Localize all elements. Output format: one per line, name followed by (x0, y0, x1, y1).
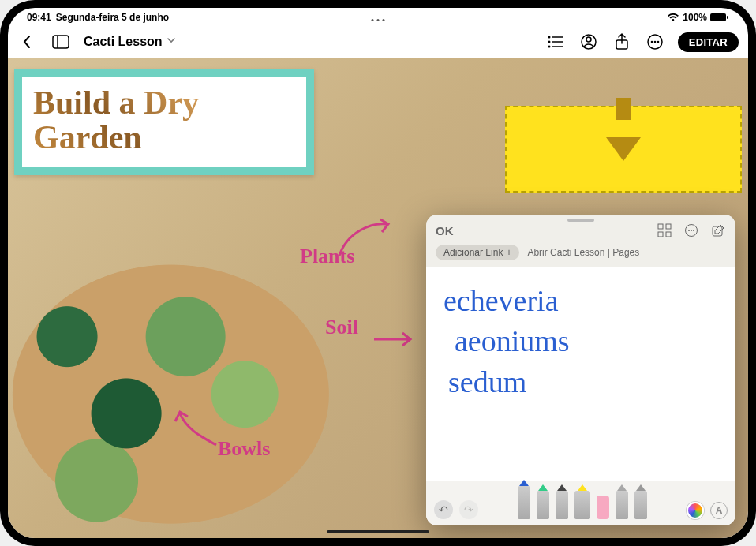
slide-title: Build a Dry Garden (33, 85, 295, 155)
note-grid-icon[interactable] (657, 223, 672, 238)
note-ok-button[interactable]: OK (436, 224, 454, 237)
svg-point-11 (586, 37, 591, 42)
note-compose-icon[interactable] (710, 223, 726, 238)
redo-button[interactable]: ↷ (459, 500, 478, 519)
outline-list-icon[interactable] (545, 32, 566, 52)
quick-note-panel[interactable]: OK Adicionar L (426, 215, 735, 525)
ruler-tool[interactable] (634, 491, 647, 519)
add-link-button[interactable]: Adicionar Link + (436, 245, 519, 260)
text-tool[interactable]: A (710, 502, 728, 519)
battery-icon (710, 13, 729, 22)
svg-point-14 (650, 41, 653, 43)
screen: 09:41 Segunda-feira 5 de junho 100% (8, 8, 748, 538)
svg-point-6 (548, 41, 550, 43)
yellow-drop-target[interactable] (505, 106, 742, 193)
chevron-down-icon (166, 35, 177, 49)
color-picker[interactable] (687, 502, 704, 519)
note-link-bar: Adicionar Link + Abrir Cacti Lesson | Pa… (426, 241, 735, 267)
plus-icon: + (506, 247, 511, 258)
download-arrow-stem (616, 98, 631, 120)
multitask-dots[interactable] (372, 19, 385, 21)
annotation-plants: Plants (300, 245, 354, 268)
note-line: echeveria (443, 281, 718, 321)
note-line: aeoniums (443, 321, 718, 361)
document-canvas[interactable]: Build a Dry Garden Plants Soil Bowls (8, 58, 748, 538)
svg-rect-0 (710, 13, 726, 21)
edit-button[interactable]: EDITAR (678, 32, 739, 52)
document-title-text: Cacti Lesson (84, 35, 163, 49)
annotation-bowls: Bowls (218, 437, 270, 461)
note-drag-handle[interactable] (567, 219, 594, 222)
sidebar-toggle-icon[interactable] (51, 32, 71, 52)
svg-rect-19 (658, 232, 663, 237)
wifi-icon (667, 13, 679, 22)
annotation-soil: Soil (325, 316, 358, 339)
ipad-frame: 09:41 Segunda-feira 5 de junho 100% (0, 0, 756, 546)
svg-rect-17 (658, 224, 663, 229)
note-body[interactable]: echeveria aeoniums sedum (426, 267, 735, 481)
document-title[interactable]: Cacti Lesson (84, 35, 177, 49)
svg-rect-18 (666, 224, 671, 229)
download-arrow-icon (606, 137, 641, 161)
lasso-tool[interactable] (616, 491, 628, 519)
svg-rect-1 (727, 16, 728, 19)
fineliner-tool[interactable] (556, 491, 568, 519)
svg-point-15 (653, 41, 656, 43)
home-indicator[interactable] (327, 530, 429, 533)
markup-toolbar: ↶ ↷ A (426, 481, 735, 525)
note-line: sedum (443, 362, 718, 402)
note-more-icon[interactable] (683, 223, 699, 238)
svg-point-16 (657, 41, 659, 43)
svg-point-23 (691, 230, 692, 231)
share-icon[interactable] (612, 32, 632, 52)
pen-tool[interactable] (518, 486, 530, 519)
open-source-link[interactable]: Abrir Cacti Lesson | Pages (527, 247, 639, 258)
status-time: 09:41 (27, 12, 51, 23)
highlighter-tool[interactable] (574, 491, 590, 519)
title-card[interactable]: Build a Dry Garden (14, 69, 314, 175)
pencil-tool[interactable] (537, 491, 549, 519)
back-icon[interactable] (17, 32, 38, 52)
svg-rect-20 (666, 232, 671, 237)
more-icon[interactable] (645, 32, 665, 52)
battery-percent: 100% (683, 12, 707, 23)
svg-point-24 (693, 230, 694, 231)
eraser-tool[interactable] (597, 496, 609, 519)
status-bar: 09:41 Segunda-feira 5 de junho 100% (8, 8, 748, 25)
app-toolbar: Cacti Lesson EDITA (8, 25, 748, 58)
svg-point-22 (688, 230, 690, 231)
collaborate-icon[interactable] (578, 32, 599, 52)
svg-point-8 (548, 46, 550, 48)
svg-rect-2 (53, 36, 69, 48)
undo-button[interactable]: ↶ (434, 500, 453, 519)
status-date: Segunda-feira 5 de junho (56, 12, 169, 23)
svg-point-4 (548, 36, 550, 39)
